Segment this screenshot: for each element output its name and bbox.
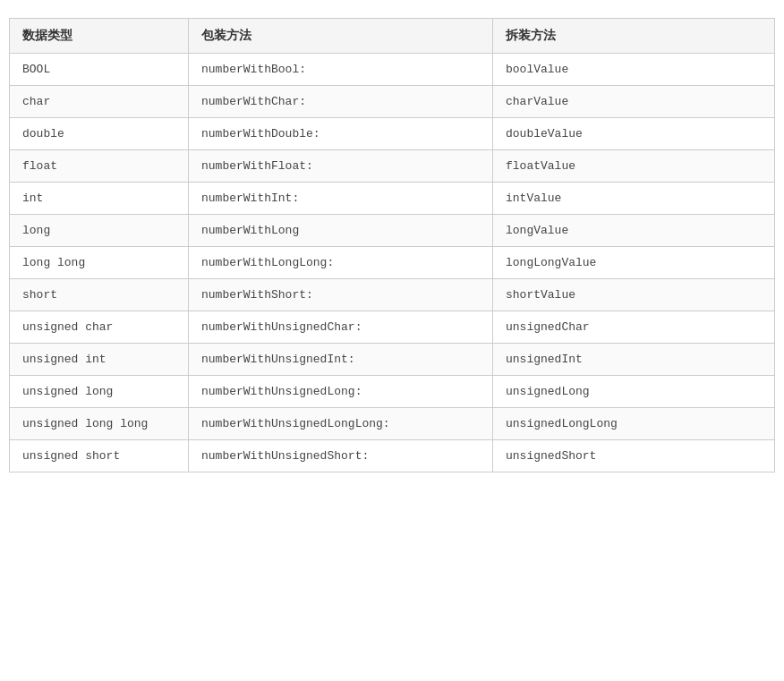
cell-type: long long xyxy=(10,247,189,279)
table-header-row: 数据类型 包装方法 拆装方法 xyxy=(10,19,775,54)
cell-unwrap: unsignedInt xyxy=(493,344,775,376)
cell-unwrap: shortValue xyxy=(493,279,775,311)
cell-wrap: numberWithBool: xyxy=(189,54,493,86)
cell-unwrap: boolValue xyxy=(493,54,775,86)
col-header-type: 数据类型 xyxy=(10,19,189,54)
cell-type: double xyxy=(10,118,189,150)
cell-wrap: numberWithUnsignedLong: xyxy=(189,376,493,408)
cell-unwrap: longValue xyxy=(493,215,775,247)
cell-wrap: numberWithChar: xyxy=(189,86,493,118)
table-row: unsigned long longnumberWithUnsignedLong… xyxy=(10,408,775,440)
main-container: 数据类型 包装方法 拆装方法 BOOLnumberWithBool:boolVa… xyxy=(0,0,784,490)
cell-wrap: numberWithLong xyxy=(189,215,493,247)
cell-wrap: numberWithLongLong: xyxy=(189,247,493,279)
cell-unwrap: longLongValue xyxy=(493,247,775,279)
table-row: intnumberWithInt:intValue xyxy=(10,183,775,215)
cell-wrap: numberWithUnsignedChar: xyxy=(189,311,493,344)
cell-type: unsigned char xyxy=(10,311,189,344)
cell-wrap: numberWithInt: xyxy=(189,183,493,215)
cell-unwrap: doubleValue xyxy=(493,118,775,150)
table-row: BOOLnumberWithBool:boolValue xyxy=(10,54,775,86)
cell-unwrap: intValue xyxy=(493,183,775,215)
cell-type: unsigned long long xyxy=(10,408,189,440)
cell-wrap: numberWithUnsignedLongLong: xyxy=(189,408,493,440)
table-row: unsigned shortnumberWithUnsignedShort:un… xyxy=(10,440,775,472)
cell-type: char xyxy=(10,86,189,118)
table-row: floatnumberWithFloat:floatValue xyxy=(10,150,775,183)
cell-wrap: numberWithShort: xyxy=(189,279,493,311)
cell-wrap: numberWithUnsignedInt: xyxy=(189,344,493,376)
cell-unwrap: unsignedLong xyxy=(493,376,775,408)
table-row: unsigned charnumberWithUnsignedChar:unsi… xyxy=(10,311,775,344)
cell-wrap: numberWithFloat: xyxy=(189,150,493,183)
cell-type: long xyxy=(10,215,189,247)
cell-unwrap: unsignedShort xyxy=(493,440,775,472)
cell-type: unsigned int xyxy=(10,344,189,376)
col-header-unwrap: 拆装方法 xyxy=(493,19,775,54)
cell-type: BOOL xyxy=(10,54,189,86)
table-row: long longnumberWithLongLong:longLongValu… xyxy=(10,247,775,279)
cell-type: short xyxy=(10,279,189,311)
cell-wrap: numberWithUnsignedShort: xyxy=(189,440,493,472)
cell-wrap: numberWithDouble: xyxy=(189,118,493,150)
table-row: shortnumberWithShort:shortValue xyxy=(10,279,775,311)
table-body: BOOLnumberWithBool:boolValuecharnumberWi… xyxy=(10,54,775,472)
data-table: 数据类型 包装方法 拆装方法 BOOLnumberWithBool:boolVa… xyxy=(9,18,775,472)
table-row: doublenumberWithDouble:doubleValue xyxy=(10,118,775,150)
cell-type: float xyxy=(10,150,189,183)
cell-type: int xyxy=(10,183,189,215)
cell-unwrap: unsignedLongLong xyxy=(493,408,775,440)
cell-type: unsigned short xyxy=(10,440,189,472)
cell-type: unsigned long xyxy=(10,376,189,408)
table-row: charnumberWithChar:charValue xyxy=(10,86,775,118)
table-row: longnumberWithLonglongValue xyxy=(10,215,775,247)
cell-unwrap: floatValue xyxy=(493,150,775,183)
cell-unwrap: unsignedChar xyxy=(493,311,775,344)
cell-unwrap: charValue xyxy=(493,86,775,118)
table-row: unsigned intnumberWithUnsignedInt:unsign… xyxy=(10,344,775,376)
col-header-wrap: 包装方法 xyxy=(189,19,493,54)
table-row: unsigned longnumberWithUnsignedLong:unsi… xyxy=(10,376,775,408)
